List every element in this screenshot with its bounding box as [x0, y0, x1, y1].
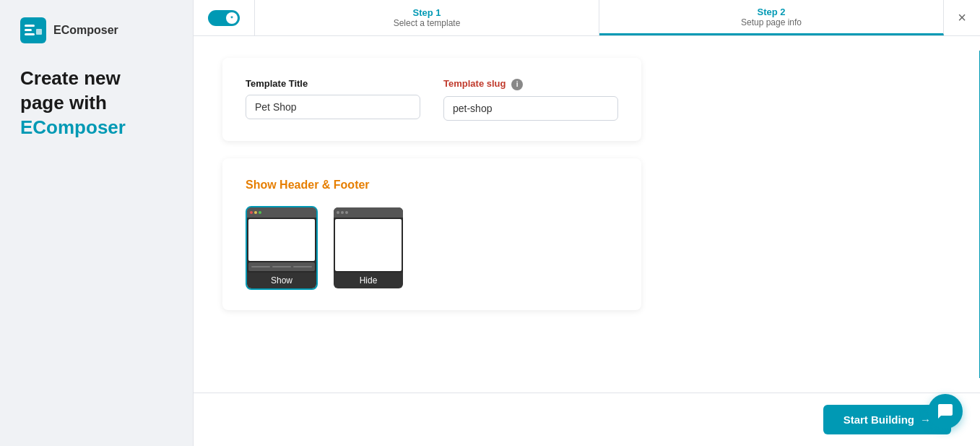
top-nav: * Step 1 Select a template Step 2 Setup …	[194, 0, 980, 36]
footer-line2	[272, 266, 291, 267]
step2-sub: Setup page info	[741, 17, 802, 27]
hf-hide-preview	[334, 207, 403, 273]
step1-sub: Select a template	[394, 18, 461, 28]
title-label: Template Title	[246, 78, 420, 89]
hf-hide-option[interactable]: Hide	[332, 206, 404, 290]
preview-show-header-bar	[247, 207, 316, 218]
toggle-area: *	[194, 0, 255, 35]
slug-label: Template slug i	[443, 78, 618, 90]
main-content: * Step 1 Select a template Step 2 Setup …	[194, 0, 980, 446]
template-title-input[interactable]	[246, 95, 420, 119]
start-building-label: Start Building	[844, 413, 914, 426]
hf-show-preview	[247, 207, 316, 273]
header-footer-title: Show Header & Footer	[246, 179, 618, 192]
template-slug-input[interactable]	[443, 96, 618, 121]
content-area: Template Title Template slug i Show Head…	[194, 36, 980, 393]
sidebar-title: Create new page with EComposer	[20, 67, 173, 140]
ecomposer-logo-icon	[20, 17, 46, 43]
step-tabs: Step 1 Select a template Step 2 Setup pa…	[255, 0, 944, 35]
bottom-bar: Start Building →	[194, 393, 980, 446]
template-info-card: Template Title Template slug i	[222, 58, 641, 141]
svg-rect-1	[25, 25, 35, 27]
dot-3	[345, 211, 348, 214]
dot-1	[337, 211, 339, 214]
preview-show-footer	[248, 262, 315, 271]
preview-hide-header-bar	[334, 207, 403, 218]
hf-show-option[interactable]: Show	[246, 206, 318, 290]
sidebar-brand: EComposer	[20, 116, 126, 138]
toggle-symbol: *	[230, 14, 233, 22]
svg-rect-3	[25, 33, 35, 35]
logo-text: EComposer	[53, 24, 118, 37]
footer-line1	[251, 266, 270, 267]
preview-hide-content	[335, 219, 402, 271]
dot-2	[341, 211, 344, 214]
sidebar-title-line2: page with	[20, 92, 107, 113]
chat-icon	[937, 403, 954, 420]
tab-step2[interactable]: Step 2 Setup page info	[599, 0, 944, 35]
toggle-knob: *	[226, 12, 238, 24]
hf-hide-label: Hide	[334, 273, 403, 288]
title-form-group: Template Title	[246, 78, 420, 121]
svg-rect-2	[25, 29, 32, 31]
slug-form-group: Template slug i	[443, 78, 618, 121]
logo-area: EComposer	[20, 17, 173, 43]
svg-rect-0	[20, 17, 46, 43]
svg-rect-4	[36, 29, 42, 35]
header-footer-options: Show Hide	[246, 206, 618, 290]
toggle-switch[interactable]: *	[208, 10, 240, 26]
step1-label: Step 1	[412, 7, 441, 18]
dot-red	[250, 211, 253, 214]
preview-show-content	[248, 219, 315, 261]
hf-show-label: Show	[247, 273, 316, 288]
sidebar-title-line1: Create new	[20, 67, 121, 89]
sidebar: EComposer Create new page with EComposer	[0, 0, 194, 446]
header-footer-card: Show Header & Footer	[222, 158, 641, 310]
close-icon: ×	[958, 9, 966, 26]
dot-green	[259, 211, 261, 214]
content-scroll: Template Title Template slug i Show Head…	[194, 36, 979, 393]
chat-bubble-button[interactable]	[928, 394, 963, 429]
dot-yellow	[254, 211, 257, 214]
tab-step1[interactable]: Step 1 Select a template	[255, 0, 599, 35]
footer-line3	[293, 266, 312, 267]
close-button[interactable]: ×	[944, 0, 980, 35]
step2-label: Step 2	[757, 7, 785, 17]
form-row: Template Title Template slug i	[246, 78, 618, 121]
slug-info-icon[interactable]: i	[511, 79, 523, 90]
